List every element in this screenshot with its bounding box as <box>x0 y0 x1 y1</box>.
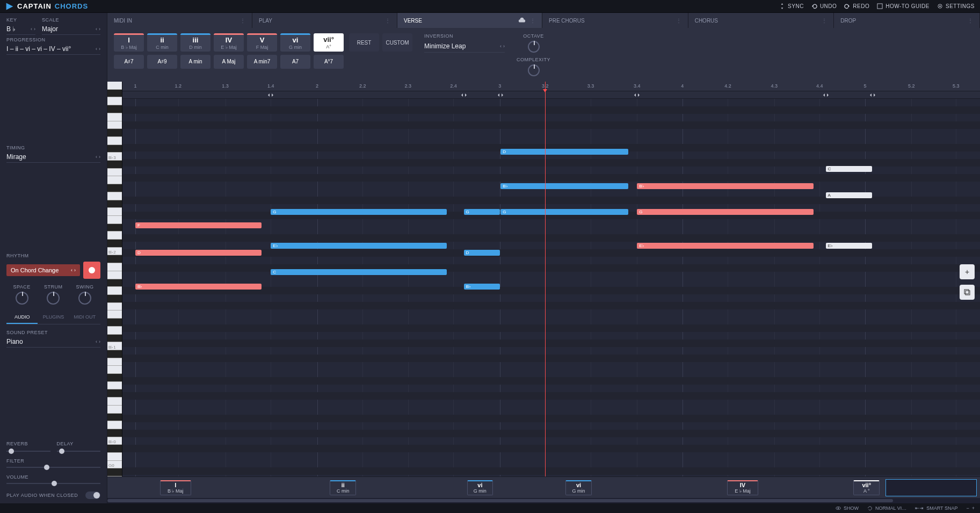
piano-key[interactable] <box>107 192 122 200</box>
tab-midiout[interactable]: MIDI OUT <box>69 311 100 324</box>
piano-key[interactable] <box>107 303 122 311</box>
piano-key[interactable] <box>107 366 122 374</box>
chord-var-btn[interactable]: A7 <box>280 55 310 69</box>
piano-key[interactable] <box>107 327 122 335</box>
chord-var-btn[interactable]: A min <box>180 55 210 69</box>
sync-button[interactable]: SYNC <box>779 3 804 9</box>
delay-slider[interactable] <box>57 451 101 452</box>
cloud-icon[interactable] <box>518 17 526 24</box>
piano-key[interactable] <box>107 295 122 303</box>
piano-key[interactable] <box>107 445 122 453</box>
tab-audio[interactable]: AUDIO <box>6 311 38 324</box>
note[interactable]: B♭ <box>637 183 814 189</box>
reverb-slider[interactable] <box>6 451 50 452</box>
volume-slider[interactable] <box>6 483 100 484</box>
key-selector[interactable]: B ♭‹› <box>6 24 35 35</box>
tab-verse[interactable]: VERSE⋮ <box>397 13 542 28</box>
strip-chord[interactable]: vii°A ° <box>853 480 880 495</box>
piano-key[interactable]: B♭1 <box>107 342 122 350</box>
play-closed-toggle[interactable] <box>85 492 100 499</box>
chord-var-btn[interactable]: A°7 <box>314 55 344 69</box>
note[interactable]: D <box>500 149 628 155</box>
note[interactable]: B♭ <box>135 284 262 290</box>
range-marker[interactable] <box>460 92 468 98</box>
strip-chord[interactable]: IB ♭ Maj <box>160 480 192 495</box>
undo-button[interactable]: UNDO <box>811 3 837 9</box>
note[interactable]: D <box>464 250 500 256</box>
piano-key[interactable] <box>107 406 122 414</box>
chord-strip[interactable]: IB ♭ MajiiC minviG minviG minIVE ♭ Majvi… <box>107 476 980 498</box>
zoom-controls[interactable]: −+ <box>966 505 975 511</box>
timing-selector[interactable]: Mirage‹› <box>6 151 100 163</box>
chord-btn-vii°[interactable]: vii°A° <box>314 33 344 52</box>
piano-key[interactable] <box>107 335 122 343</box>
piano-key[interactable] <box>107 358 122 366</box>
strip-chord[interactable]: viG min <box>565 480 592 495</box>
piano-key[interactable] <box>107 137 122 145</box>
note[interactable]: E♭ <box>637 243 814 249</box>
tab-drop[interactable]: DROP⋮ <box>834 13 980 28</box>
swing-knob[interactable] <box>78 292 91 305</box>
piano-key[interactable] <box>107 421 122 429</box>
piano-key[interactable] <box>107 208 122 216</box>
piano-key[interactable] <box>107 240 122 248</box>
piano-key[interactable] <box>107 184 122 192</box>
piano-key[interactable] <box>107 398 122 406</box>
range-marker[interactable] <box>497 92 504 98</box>
range-marker[interactable] <box>822 92 830 98</box>
note[interactable]: G <box>464 209 500 215</box>
note[interactable]: G <box>637 209 814 215</box>
piano-key[interactable]: G0 <box>107 461 122 469</box>
rest-button[interactable]: REST <box>349 33 379 52</box>
piano-key[interactable] <box>107 287 122 295</box>
note[interactable]: A <box>826 192 872 198</box>
smart-snap[interactable]: ⇤⇥SMART SNAP <box>915 505 957 511</box>
custom-button[interactable]: CUSTOM <box>382 33 412 52</box>
piano-roll[interactable]: 11.21.31.422.22.32.433.23.33.444.24.34.4… <box>122 82 980 476</box>
piano-key[interactable] <box>107 414 122 422</box>
note[interactable]: D <box>135 250 262 256</box>
preset-selector[interactable]: Piano‹› <box>6 336 100 348</box>
piano-key[interactable] <box>107 255 122 263</box>
note[interactable]: C <box>826 166 872 172</box>
strip-chord[interactable]: iiC min <box>330 480 356 495</box>
note[interactable]: C <box>271 269 446 275</box>
range-marker[interactable] <box>267 92 274 98</box>
piano-key[interactable] <box>107 97 122 105</box>
filter-slider[interactable] <box>6 467 100 468</box>
redo-button[interactable]: REDO <box>844 3 869 9</box>
tab-plugins[interactable]: PLUGINS <box>38 311 69 324</box>
piano-key[interactable] <box>107 468 122 476</box>
chord-var-btn[interactable]: A♯9 <box>147 55 177 69</box>
note[interactable]: B♭ <box>500 183 628 189</box>
piano-key[interactable] <box>107 129 122 137</box>
piano-key[interactable] <box>107 310 122 319</box>
strip-chord[interactable]: viG min <box>467 480 493 495</box>
piano-key[interactable] <box>107 176 122 184</box>
tab-prechorus[interactable]: PRE CHORUS⋮ <box>542 13 688 28</box>
piano-key[interactable] <box>107 374 122 382</box>
tab-midiin[interactable]: MIDI IN⋮ <box>107 13 252 28</box>
note[interactable]: E♭ <box>271 243 446 249</box>
layer-button[interactable] <box>960 285 975 300</box>
piano-key[interactable] <box>107 145 122 153</box>
horizontal-scrollbar[interactable] <box>107 498 980 503</box>
piano-key[interactable] <box>107 263 122 271</box>
piano-key[interactable] <box>107 389 122 398</box>
piano-key[interactable] <box>107 161 122 169</box>
minimap[interactable] <box>885 479 977 496</box>
note[interactable]: E♭ <box>826 243 872 249</box>
piano-key[interactable] <box>107 90 122 98</box>
chord-btn-ii[interactable]: iiC min <box>147 33 177 52</box>
piano-key[interactable] <box>107 453 122 461</box>
marker-row[interactable] <box>122 91 980 99</box>
piano-key[interactable]: B♭2 <box>107 248 122 256</box>
playhead[interactable] <box>545 82 546 476</box>
octave-knob[interactable] <box>528 41 540 53</box>
piano-key[interactable] <box>107 105 122 113</box>
chord-var-btn[interactable]: A Maj <box>214 55 244 69</box>
space-knob[interactable] <box>16 292 28 305</box>
chord-btn-iii[interactable]: iiiD min <box>180 33 210 52</box>
piano-key[interactable]: B♭0 <box>107 437 122 445</box>
chord-btn-I[interactable]: IB ♭ Maj <box>114 33 144 52</box>
